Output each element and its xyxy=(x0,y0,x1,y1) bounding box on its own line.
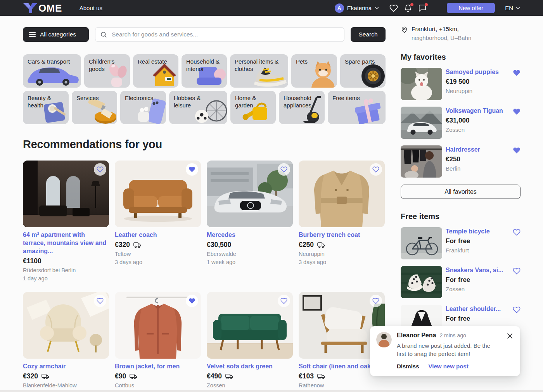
brown-jacket-photo[interactable] xyxy=(115,292,201,359)
trench-coat-photo[interactable] xyxy=(299,161,385,227)
eleanor-avatar xyxy=(376,332,392,347)
free-item-location: Frankfurt xyxy=(446,247,509,254)
product-title[interactable]: Cozy armchair xyxy=(23,362,109,370)
free-item-title[interactable]: Leather shoulder... xyxy=(446,306,509,313)
samoyed-thumbnail[interactable] xyxy=(401,68,442,100)
heart-icon xyxy=(372,166,379,173)
product-title[interactable]: Mercedes xyxy=(207,231,293,239)
category-household-appliances[interactable]: Household appliances xyxy=(279,91,325,124)
free-item-price: For free xyxy=(446,276,509,284)
delivery-truck-icon xyxy=(225,373,233,380)
notifications-button[interactable] xyxy=(404,4,412,12)
apartment-photo[interactable] xyxy=(23,161,109,227)
search-box[interactable] xyxy=(95,27,344,42)
category-cars-transport[interactable]: Cars & transport xyxy=(23,54,81,88)
leather-sofa-photo[interactable] xyxy=(115,161,201,227)
product-price: €320 xyxy=(23,372,38,380)
search-input[interactable] xyxy=(111,31,339,38)
product-location: Eberswalde xyxy=(207,251,293,257)
favorite-location: Neuruppin xyxy=(446,88,509,94)
favorite-toggle[interactable] xyxy=(186,163,198,176)
view-new-post-link[interactable]: View new post xyxy=(429,363,469,370)
heart-filled-icon[interactable] xyxy=(513,108,521,116)
heart-filled-icon[interactable] xyxy=(513,69,521,77)
favorite-toggle[interactable] xyxy=(94,163,106,176)
yome-logo[interactable]: OME xyxy=(23,2,62,14)
mercedes-photo[interactable] xyxy=(207,161,293,227)
product-title[interactable]: 64 m² apartment with terrace, mountains … xyxy=(23,231,109,255)
product-card: Leather coach €320 Teltow 3 days ago xyxy=(115,161,201,281)
category-home-garden[interactable]: Home & garden xyxy=(230,91,276,124)
message-dot xyxy=(425,3,428,6)
favorite-location: Zossen xyxy=(446,126,509,133)
heart-icon xyxy=(280,166,287,173)
category-hobbies-leisure[interactable]: Hobbies & leisure xyxy=(169,91,227,124)
favorite-title[interactable]: Hairdresser xyxy=(446,146,509,153)
messages-button[interactable] xyxy=(418,4,427,12)
product-title[interactable]: Leather coach xyxy=(115,231,201,239)
category-personal-items-clothes[interactable]: Personal items & clothes xyxy=(230,54,288,88)
heart-icon xyxy=(372,297,379,304)
toast-close-button[interactable] xyxy=(507,333,513,339)
favorite-toggle[interactable] xyxy=(370,295,382,307)
notification-dot xyxy=(410,3,413,6)
tiguan-thumbnail[interactable] xyxy=(401,107,442,139)
product-price: €1100 xyxy=(23,257,42,265)
heart-icon[interactable] xyxy=(513,306,521,314)
user-name: Ekaterina xyxy=(347,5,372,11)
product-card: Cozy armchair €320 Blankenfelde-Mahlow 2… xyxy=(23,292,109,392)
green-sofa-photo[interactable] xyxy=(207,292,293,359)
new-offer-button[interactable]: New offer xyxy=(447,3,495,13)
dismiss-button[interactable]: Dismiss xyxy=(397,363,419,370)
close-icon xyxy=(507,333,513,339)
new-post-toast: Eleanor Pena2 mins ago A brand new post … xyxy=(370,326,520,376)
product-location: Blankenfelde-Mahlow xyxy=(23,382,109,389)
favorite-toggle[interactable] xyxy=(278,163,290,176)
top-navbar: OME About us A Ekaterina xyxy=(0,0,543,16)
category-spare-parts[interactable]: Spare parts xyxy=(340,54,386,88)
favorite-toggle[interactable] xyxy=(370,163,382,176)
search-button[interactable]: Search xyxy=(351,27,386,42)
checkered-sneakers-image xyxy=(401,266,442,298)
heart-icon[interactable] xyxy=(513,228,521,236)
search-bar: All categories Search xyxy=(23,27,386,42)
footer-strip xyxy=(0,390,543,392)
free-item-title[interactable]: Sneakers Vans, si... xyxy=(446,267,509,274)
hairdresser-thumbnail[interactable] xyxy=(401,145,442,178)
category-pets[interactable]: Pets xyxy=(291,54,337,88)
sneakers-thumbnail[interactable] xyxy=(401,266,442,298)
location-selector[interactable]: Frankfurt, +15km, neighborhood, U–Bahn xyxy=(401,26,521,41)
category-real-estate[interactable]: Real estate xyxy=(133,54,178,88)
delivery-truck-icon xyxy=(130,373,138,380)
all-favorites-button[interactable]: All favorites xyxy=(401,185,521,199)
favorites-nav-button[interactable] xyxy=(389,4,398,12)
armchair-photo[interactable] xyxy=(23,292,109,359)
bicycle-image xyxy=(401,227,442,259)
heart-filled-icon[interactable] xyxy=(513,147,521,154)
product-title[interactable]: Burberry trench coat xyxy=(299,231,385,239)
favorite-toggle[interactable] xyxy=(186,295,198,307)
favorite-toggle[interactable] xyxy=(94,295,106,307)
category-electronics[interactable]: Electronics xyxy=(120,91,166,124)
product-card: Mercedes €30,500 Eberswalde 1 week ago xyxy=(207,161,293,281)
favorite-title[interactable]: Volkswagen Tiguan xyxy=(446,107,509,114)
heart-filled-icon xyxy=(188,166,195,173)
user-menu[interactable]: A Ekaterina xyxy=(335,3,379,13)
nav-about-us[interactable]: About us xyxy=(80,5,102,11)
category-free-items[interactable]: Free items xyxy=(328,91,386,124)
recommendations-grid: 64 m² apartment with terrace, mountains … xyxy=(23,161,386,392)
category-household-interior[interactable]: Household & interior xyxy=(182,54,227,88)
bicycle-thumbnail[interactable] xyxy=(401,227,442,259)
free-item-title[interactable]: Temple bicycle xyxy=(446,228,509,235)
product-title[interactable]: Brown jacket, for men xyxy=(115,362,201,370)
product-title[interactable]: Velvet sofa dark green xyxy=(207,362,293,370)
language-selector[interactable]: EN xyxy=(505,5,520,11)
category-childrens-goods[interactable]: Children's goods xyxy=(84,54,130,88)
product-card: Burberry trench coat €250 Neuruppin 3 da… xyxy=(299,161,385,281)
heart-icon[interactable] xyxy=(513,267,521,275)
all-categories-button[interactable]: All categories xyxy=(23,27,89,42)
favorite-toggle[interactable] xyxy=(278,295,290,307)
favorite-title[interactable]: Samoyed puppies xyxy=(446,69,509,76)
category-beauty-health[interactable]: Beauty & health xyxy=(23,91,69,124)
category-services[interactable]: Services xyxy=(72,91,117,124)
